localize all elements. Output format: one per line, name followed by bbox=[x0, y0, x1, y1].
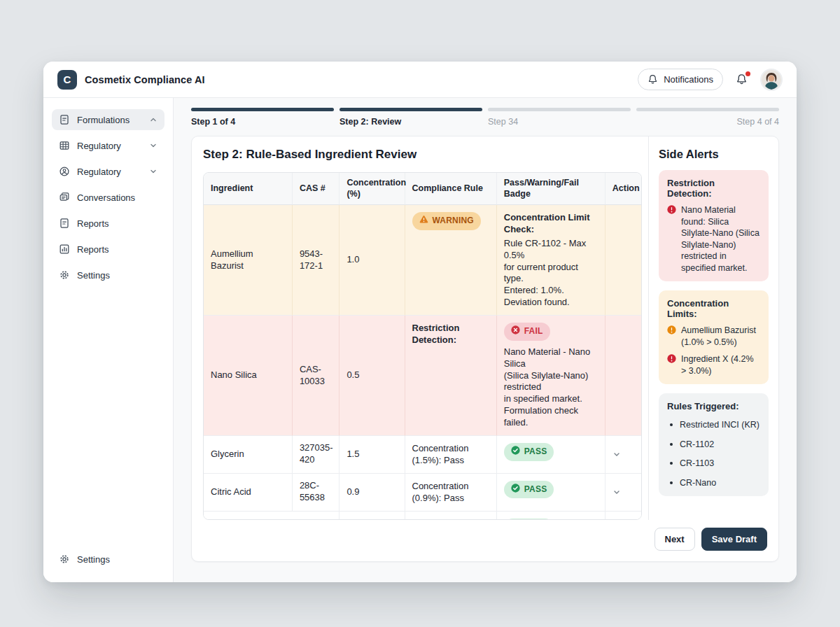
alert-item: CR-1103 bbox=[667, 458, 760, 470]
notifications-button[interactable]: Notifications bbox=[638, 69, 723, 90]
row-expand-button[interactable] bbox=[606, 436, 641, 474]
step-1[interactable]: Step 1 of 4 bbox=[191, 108, 334, 127]
compliance-rule-text: Concentration (1.5%): Pass bbox=[412, 443, 489, 467]
sidebar-item-regulatory[interactable]: Regulatory bbox=[52, 135, 164, 156]
sidebar-item-label: Settings bbox=[77, 554, 158, 565]
status-badge-cell: PASS bbox=[497, 512, 606, 520]
document-icon bbox=[59, 218, 70, 229]
alert-card-title: Concentration Limits: bbox=[667, 298, 760, 319]
sidebar-item-label: Reports bbox=[77, 244, 158, 255]
bullet-icon bbox=[670, 423, 673, 426]
next-button[interactable]: Next bbox=[654, 528, 695, 551]
sidebar-item-formulations[interactable]: Formulations bbox=[52, 109, 164, 130]
sidebar-item-reports[interactable]: Reports bbox=[52, 239, 164, 260]
alert-item: Ingredient X (4.2% > 3.0%) bbox=[667, 353, 760, 376]
row-expand-button[interactable] bbox=[606, 512, 641, 520]
pass-badge: PASS bbox=[504, 443, 554, 461]
app-logo: C bbox=[57, 70, 77, 90]
bullet-icon bbox=[670, 443, 673, 446]
gear-icon bbox=[59, 269, 70, 281]
pass-badge-label: PASS bbox=[524, 446, 547, 458]
warning-badge-label: WARNING bbox=[433, 216, 474, 227]
warning-badge: WARNING bbox=[412, 212, 481, 230]
step-2[interactable]: Step 2: Review bbox=[340, 108, 482, 127]
concentration-cell: 1.0 bbox=[340, 205, 405, 316]
cas-cell: 28C-55638 bbox=[293, 474, 340, 512]
status-badge-cell: Concentration Limit Check:Rule CR-1102 -… bbox=[497, 205, 606, 316]
save-draft-button[interactable]: Save Draft bbox=[701, 528, 767, 551]
main-content: Step 1 of 4Step 2: ReviewStep 34Step 4 o… bbox=[174, 98, 797, 582]
sidebar-item-label: Settings bbox=[77, 270, 158, 281]
step-2-bar bbox=[340, 108, 482, 111]
compliance-rule-cell: Restriction Detection: bbox=[405, 316, 497, 436]
alert-item-text: Nano Material found: Silica Silylate-Nan… bbox=[681, 204, 760, 274]
alert-item-text: CR-1103 bbox=[680, 458, 714, 470]
compliance-rule-cell: Concentration (1.0%): bbox=[405, 512, 497, 520]
sidebar-item-settings[interactable]: Settings bbox=[52, 265, 164, 286]
compliance-rule-cell: Concentration (0.9%): Pass bbox=[405, 474, 497, 512]
compliance-rule-cell: WARNING bbox=[405, 205, 497, 316]
bullet-icon bbox=[670, 462, 673, 465]
ingredient-cell: Cosmetic Ingredient 1-1 bbox=[204, 512, 340, 520]
compliance-rule-text: Concentration (0.9%): Pass bbox=[412, 481, 489, 505]
alert-item-text: CR-1102 bbox=[680, 439, 714, 451]
table-header-row: IngredientCAS #Concentration (%)Complian… bbox=[204, 173, 641, 205]
table-body: Aumellium Bazurist9543-172-11.0WARNINGCo… bbox=[204, 205, 641, 520]
concentration-cell: 1.5 bbox=[340, 436, 405, 474]
sidebar-item-settings[interactable]: Settings bbox=[52, 549, 164, 570]
sidebar-item-label: Reports bbox=[77, 218, 158, 229]
side-alerts-panel: Side Alerts Restriction Detection:Nano M… bbox=[648, 136, 778, 520]
table-row: Nano SilicaCAS-100330.5Restriction Detec… bbox=[204, 316, 641, 436]
status-text: Nano Material - Nano Silica (Silica Sily… bbox=[504, 346, 598, 429]
status-badge-cell: FAILNano Material - Nano Silica (Silica … bbox=[497, 316, 606, 436]
row-expand-button bbox=[606, 316, 641, 436]
chat-icon bbox=[59, 192, 70, 203]
column-header-compliance-rule: Compliance Rule bbox=[405, 173, 497, 205]
user-avatar[interactable] bbox=[760, 69, 783, 91]
app-body: FormulationsRegulatoryRegulatoryConversa… bbox=[43, 98, 797, 582]
gear-icon bbox=[59, 554, 70, 565]
chevron-down-icon bbox=[612, 488, 621, 496]
sidebar-item-label: Regulatory bbox=[77, 167, 142, 177]
alert-red-icon bbox=[667, 205, 676, 214]
concentration-cell: 0.9 bbox=[340, 474, 405, 512]
notification-bell-button[interactable] bbox=[736, 73, 748, 85]
compliance-rule-cell: Concentration (1.5%): Pass bbox=[405, 436, 497, 474]
brand: C Cosmetix Compliance AI bbox=[57, 70, 205, 90]
fail-badge: FAIL bbox=[504, 323, 550, 341]
card-footer: Next Save Draft bbox=[192, 520, 778, 561]
alert-card-concentration-limits: Concentration Limits:Aumellium Bazurist … bbox=[659, 290, 769, 384]
alert-orange-icon bbox=[667, 325, 676, 334]
check-circle-icon bbox=[511, 446, 520, 458]
notification-dot bbox=[746, 71, 750, 76]
ingredient-cell: Citric Acid bbox=[204, 474, 293, 512]
step-3[interactable]: Step 34 bbox=[488, 108, 631, 127]
header-actions: Notifications bbox=[638, 69, 783, 91]
sidebar-item-label: Formulations bbox=[77, 115, 142, 125]
review-card: Step 2: Rule-Based Ingredient Review Ing… bbox=[191, 136, 779, 562]
step-3-label: Step 34 bbox=[488, 117, 631, 127]
table-row: Cosmetic Ingredient 1-10.5Concentration … bbox=[204, 512, 641, 520]
bell-icon bbox=[648, 74, 658, 85]
page-title: Step 2: Rule-Based Ingredient Review bbox=[203, 148, 642, 162]
ingredient-cell: Nano Silica bbox=[204, 316, 293, 436]
alert-red-icon bbox=[667, 354, 676, 363]
step-4-bar bbox=[636, 108, 779, 111]
sidebar-item-regulatory[interactable]: Regulatory bbox=[52, 161, 164, 182]
ingredient-cell: Glycerin bbox=[204, 436, 293, 474]
step-4[interactable]: Step 4 of 4 bbox=[636, 108, 779, 127]
chevron-up-icon bbox=[149, 115, 158, 124]
chevron-down-icon bbox=[149, 141, 158, 150]
cas-cell: CAS-10033 bbox=[293, 316, 340, 436]
sidebar-item-conversations[interactable]: Conversations bbox=[52, 187, 164, 208]
row-expand-button[interactable] bbox=[606, 474, 641, 512]
status-title: Concentration Limit Check: bbox=[504, 212, 598, 236]
alert-item-text: CR-Nano bbox=[680, 477, 716, 489]
column-header-action: Action bbox=[606, 173, 641, 205]
ingredient-table: IngredientCAS #Concentration (%)Complian… bbox=[204, 173, 641, 520]
alert-item-text: Restricted INCI (KR) bbox=[680, 419, 760, 431]
sidebar-item-reports[interactable]: Reports bbox=[52, 213, 164, 234]
notifications-button-label: Notifications bbox=[664, 74, 713, 85]
fail-badge-label: FAIL bbox=[524, 326, 543, 337]
ingredient-table-container: IngredientCAS #Concentration (%)Complian… bbox=[203, 172, 642, 520]
